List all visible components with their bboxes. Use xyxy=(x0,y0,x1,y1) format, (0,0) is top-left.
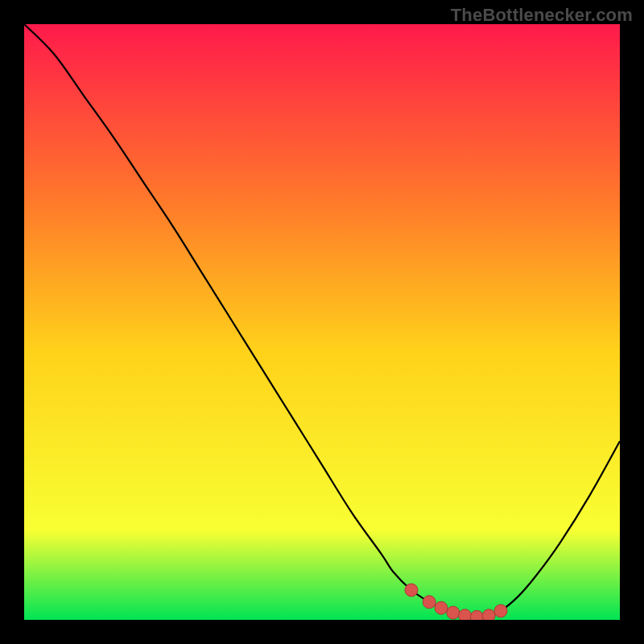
chart-container: TheBottlenecker.com xyxy=(0,0,644,644)
gradient-background xyxy=(24,24,620,620)
data-marker xyxy=(447,606,460,619)
data-marker xyxy=(470,610,483,620)
data-marker xyxy=(494,605,507,617)
data-marker xyxy=(423,596,436,609)
data-marker xyxy=(482,609,495,620)
chart-svg xyxy=(24,24,620,620)
data-marker xyxy=(459,609,472,620)
plot-area xyxy=(24,24,620,620)
data-marker xyxy=(405,584,418,597)
attribution-label: TheBottlenecker.com xyxy=(451,5,633,26)
data-marker xyxy=(435,601,448,614)
